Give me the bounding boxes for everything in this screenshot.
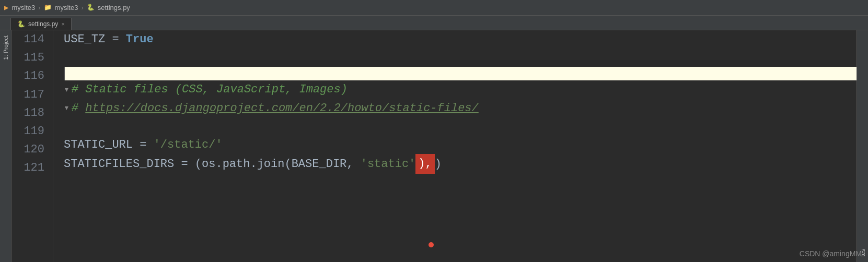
line-number-121: 121: [16, 159, 44, 177]
sidebar-project-label: 1: Project: [1, 30, 10, 65]
separator1: ›: [38, 4, 40, 11]
folder-name: mysite3: [55, 4, 78, 11]
fold-icon-118: ▾: [64, 101, 70, 116]
text-cursor: [64, 67, 65, 80]
project-sidebar: 1: Project: [0, 30, 11, 262]
code-121-str: 'static': [361, 155, 416, 173]
code-114-val: True: [126, 30, 154, 49]
editor-container: 1: Project 114 115 116 117 118 119 120 1…: [0, 30, 868, 262]
tab-label: settings.py: [28, 20, 58, 28]
line-number-114: 114: [16, 30, 44, 49]
code-line-114: USE_TZ = True: [64, 30, 857, 49]
folder-icon: 📁: [44, 4, 52, 11]
line-number-115: 115: [16, 49, 44, 67]
watermark: CSDN @amingMM: [800, 249, 862, 258]
line-number-118: 118: [16, 104, 44, 122]
title-bar: ▶ mysite3 › 📁 mysite3 › 🐍 settings.py: [0, 0, 868, 16]
tab-settings[interactable]: 🐍 settings.py ×: [10, 18, 72, 30]
code-114-var: USE_TZ =: [64, 30, 126, 49]
code-line-118: ▾# https://docs.djangoproject.com/en/2.2…: [64, 99, 857, 117]
code-line-120: STATIC_URL = '/static/': [64, 136, 857, 154]
code-line-117: ▾# Static files (CSS, JavaScript, Images…: [64, 80, 857, 99]
code-line-116: [64, 67, 857, 80]
code-121-close: ): [435, 155, 442, 173]
code-line-115: [64, 49, 857, 67]
project-name: mysite3: [11, 4, 35, 11]
settings-file-name: settings.py: [98, 4, 130, 11]
code-editor[interactable]: USE_TZ = True ▾# Static files (CSS, Java…: [53, 30, 857, 262]
separator2: ›: [81, 4, 83, 11]
tab-bar: 🐍 settings.py ×: [0, 16, 868, 30]
code-118-hash: #: [72, 99, 85, 117]
code-120-val: '/static/': [154, 136, 223, 154]
settings-file-icon: 🐍: [87, 4, 95, 11]
code-120-var: STATIC_URL =: [64, 136, 154, 154]
line-numbers: 114 115 116 117 118 119 120 121: [11, 30, 53, 262]
project-icon: ▶: [4, 3, 8, 12]
fold-icon-117: ▾: [64, 82, 70, 98]
code-line-121: STATICFILES_DIRS = (os.path.join(BASE_DI…: [64, 154, 857, 174]
line-number-119: 119: [16, 122, 44, 140]
line-number-120: 120: [16, 140, 44, 159]
tab-close-button[interactable]: ×: [61, 21, 64, 27]
right-sidebar: tes: [857, 30, 868, 262]
line-number-116: 116: [16, 67, 44, 85]
code-117-comment: # Static files (CSS, JavaScript, Images): [72, 80, 348, 99]
highlight-comma-paren: ),: [415, 154, 434, 174]
red-dot-indicator: [429, 242, 434, 247]
line-number-117: 117: [16, 86, 44, 104]
code-line-119: [64, 117, 857, 136]
code-121-var: STATICFILES_DIRS = (os.path.join(BASE_DI…: [64, 155, 361, 173]
code-118-link: https://docs.djangoproject.com/en/2.2/ho…: [85, 99, 479, 117]
tab-file-icon: 🐍: [17, 20, 25, 28]
